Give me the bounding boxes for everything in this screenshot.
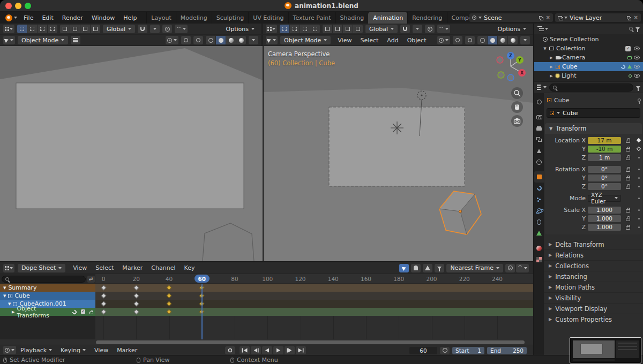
value-field-z[interactable]: 0°: [588, 183, 621, 190]
expand-arrow-icon[interactable]: ▼: [8, 302, 11, 306]
eye-icon[interactable]: [634, 74, 640, 78]
channel-search-box[interactable]: [2, 276, 86, 283]
viewport-menu-add[interactable]: Add: [383, 37, 402, 44]
value-field-rotation-x[interactable]: 0°: [588, 166, 621, 173]
workspace-tab-compositing[interactable]: Compositing: [447, 12, 469, 24]
lock-icon[interactable]: [626, 186, 630, 189]
pin-icon[interactable]: [638, 98, 641, 102]
scale-tool-button[interactable]: [343, 25, 353, 33]
snap-dropdown[interactable]: Nearest Frame: [446, 264, 503, 272]
dope-sheet-mode-dropdown[interactable]: Dope Sheet: [18, 264, 65, 272]
expand-arrow-icon[interactable]: ▼: [543, 47, 547, 51]
decorator-dot[interactable]: [638, 157, 640, 158]
properties-tab-scene[interactable]: [534, 145, 544, 156]
mode-dropdown-left[interactable]: Object Mode: [18, 36, 68, 44]
only-selected-button[interactable]: [399, 264, 409, 272]
properties-search-input[interactable]: [559, 85, 630, 90]
dope-menu-marker[interactable]: Marker: [118, 264, 147, 271]
channel-header[interactable]: ▼Cube: [0, 292, 95, 300]
expand-arrow-icon[interactable]: ▶: [549, 65, 554, 69]
navigation-gizmo[interactable]: Z Y X: [494, 49, 528, 84]
lock-icon[interactable]: [626, 140, 630, 143]
value-field-y[interactable]: 1.000: [588, 215, 621, 222]
show-gizmo-button[interactable]: [453, 36, 462, 44]
collapsed-menus-button[interactable]: [71, 36, 80, 44]
current-frame-line[interactable]: [201, 284, 203, 339]
channel-summary[interactable]: ▼Summary: [0, 284, 533, 292]
decorator-dot[interactable]: [638, 198, 640, 199]
editor-type-button[interactable]: [3, 346, 16, 354]
workspace-tab-modeling[interactable]: Modeling: [176, 12, 212, 24]
rotate-tool-button[interactable]: [333, 25, 342, 33]
channel-header[interactable]: ▶Object Transforms: [0, 308, 95, 316]
properties-tab-world[interactable]: [534, 156, 544, 168]
shading-material-button[interactable]: [226, 36, 236, 44]
menu-help[interactable]: Help: [119, 12, 141, 24]
decorator-dot[interactable]: [638, 226, 640, 228]
decorator-diamond-solid[interactable]: [637, 138, 641, 142]
jump-start-button[interactable]: [240, 346, 250, 354]
transform-tool-button[interactable]: [91, 25, 100, 33]
channel-cubeaction-001[interactable]: ▼CubeAction.001: [0, 300, 533, 308]
properties-tab-object-data[interactable]: [534, 228, 544, 239]
properties-tab-render[interactable]: [534, 111, 544, 123]
eye-icon[interactable]: [634, 47, 640, 50]
properties-tab-material[interactable]: [534, 242, 544, 254]
workspace-tab-layout[interactable]: Layout: [146, 12, 175, 24]
workspace-tab-shading[interactable]: Shading: [335, 12, 369, 24]
viewport-menu-view[interactable]: View: [333, 37, 356, 44]
visibility-checkbox[interactable]: ✓: [625, 46, 631, 51]
filter-button[interactable]: [435, 264, 444, 272]
decorator-dot[interactable]: [638, 209, 640, 211]
viewport-zoom-button[interactable]: [511, 87, 523, 99]
playback-menu-playback[interactable]: Playback: [16, 347, 56, 354]
expand-arrow-icon[interactable]: ▼: [3, 286, 6, 290]
shading-solid-button[interactable]: [488, 36, 497, 44]
decorator-dot[interactable]: [638, 177, 640, 179]
maximize-window-button[interactable]: [25, 3, 31, 9]
properties-tab-object[interactable]: [534, 171, 544, 183]
viewport-menu-object[interactable]: Object: [403, 37, 431, 44]
expand-arrow-icon[interactable]: ▼: [3, 294, 6, 298]
dropdown-caret-icon[interactable]: [545, 28, 548, 30]
viewport-right[interactable]: Camera Perspective (60) Collection | Cub…: [264, 46, 533, 261]
value-field-y[interactable]: 0°: [588, 175, 621, 181]
shading-wireframe-button[interactable]: [206, 36, 215, 44]
workspace-tab-sculpting[interactable]: Sculpting: [212, 12, 248, 24]
outliner-row-camera[interactable]: ▶Camera: [534, 53, 643, 62]
workspace-tab-rendering[interactable]: Rendering: [407, 12, 446, 24]
shading-material-button[interactable]: [498, 36, 507, 44]
expand-arrow-icon[interactable]: ▶: [549, 56, 554, 60]
active-tool-button[interactable]: [266, 25, 277, 33]
shading-rendered-button[interactable]: [508, 36, 518, 44]
lock-icon[interactable]: [626, 148, 630, 151]
select-tweak-button[interactable]: [17, 25, 27, 33]
horizontal-scrollbar[interactable]: [96, 340, 525, 344]
screen-share-preview[interactable]: [570, 337, 641, 363]
panel-header-custom-properties[interactable]: ▶Custom Properties: [544, 314, 643, 324]
editor-type-button[interactable]: [266, 36, 278, 44]
current-frame-indicator[interactable]: 60: [195, 275, 210, 283]
blender-menu-button[interactable]: [3, 12, 19, 24]
show-gizmo-button[interactable]: [181, 36, 191, 44]
viewport-left[interactable]: [0, 46, 263, 261]
lock-icon[interactable]: [626, 157, 630, 160]
lock-icon[interactable]: [626, 177, 630, 180]
dropdown-caret-icon[interactable]: [543, 86, 547, 88]
search-icon[interactable]: [629, 27, 633, 31]
select-lasso-button[interactable]: [310, 25, 320, 33]
scale-tool-button[interactable]: [80, 25, 90, 33]
next-keyframe-button[interactable]: [285, 346, 295, 354]
lock-icon[interactable]: [626, 226, 630, 230]
snap-toggle-right[interactable]: [400, 25, 410, 33]
view-layer-selector[interactable]: View Layer ×: [555, 13, 641, 22]
select-tweak-button[interactable]: [280, 25, 289, 33]
eye-icon[interactable]: [634, 56, 640, 59]
dope-sheet-body[interactable]: ⇄ 60 ▼Summary▼Cube▼CubeAction.001▶Object…: [0, 274, 533, 345]
dope-menu-view[interactable]: View: [69, 264, 91, 271]
viewport-menu-select[interactable]: Select: [356, 37, 383, 44]
value-field-z[interactable]: 1 m: [588, 154, 621, 161]
active-tool-button[interactable]: [3, 25, 14, 33]
new-scene-icon[interactable]: [539, 16, 542, 19]
shading-rendered-button[interactable]: [236, 36, 246, 44]
